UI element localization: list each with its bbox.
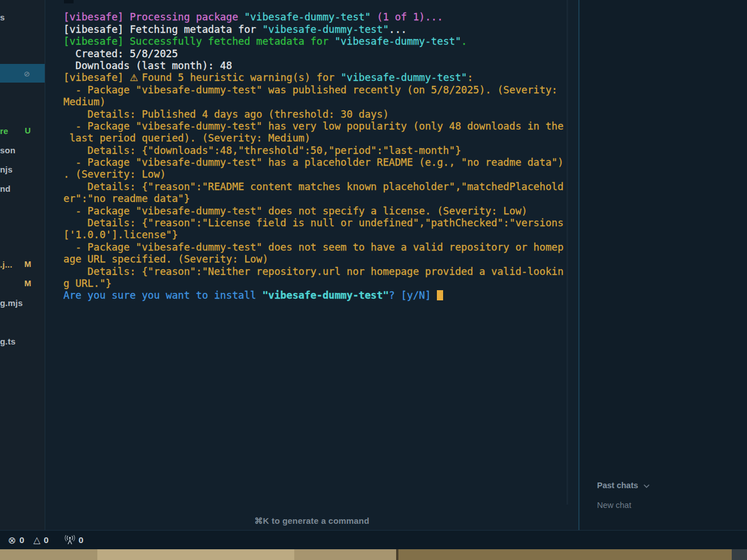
desktop-segment bbox=[732, 549, 747, 560]
git-status-badge: M bbox=[23, 260, 32, 269]
terminal-row: - Package "vibesafe-dummy-test" has a pl… bbox=[63, 157, 564, 169]
file-label: .j... bbox=[0, 260, 12, 269]
desktop-segment bbox=[398, 549, 732, 560]
file-item[interactable]: g.ts bbox=[0, 334, 45, 348]
ports-count[interactable]: 0 bbox=[79, 535, 84, 545]
file-item-untracked[interactable]: reU bbox=[0, 124, 45, 137]
terminal-row: Downloads (last month): 48 bbox=[63, 60, 564, 72]
desktop-segment bbox=[0, 549, 97, 560]
terminal-row: [vibesafe] Processing package "vibesafe-… bbox=[63, 11, 564, 23]
terminal-row: Medium) bbox=[63, 96, 564, 108]
terminal-row: ['1.0.0'].license"} bbox=[63, 229, 564, 241]
app-window: s⊘reUsonnjsnd.j...MMg.mjsg.ts [vibesafe]… bbox=[0, 0, 747, 560]
error-count[interactable]: 0 bbox=[19, 535, 24, 545]
file-item[interactable]: njs bbox=[0, 162, 45, 176]
file-item-modified[interactable]: .j...M bbox=[0, 257, 45, 271]
terminal-row: Details: {"reason":"Neither repository.u… bbox=[63, 266, 564, 278]
terminal-row: Are you sure you want to install "vibesa… bbox=[63, 290, 564, 301]
git-status-badge: U bbox=[23, 126, 32, 135]
terminal-row: [vibesafe] ⚠ Found 5 heuristic warning(s… bbox=[63, 72, 564, 84]
past-chats-button[interactable]: Past chats bbox=[597, 481, 650, 490]
terminal-row: Details: Published 4 days ago (threshold… bbox=[63, 109, 564, 120]
desktop-segment bbox=[294, 549, 396, 560]
terminal-row: - Package "vibesafe-dummy-test" was publ… bbox=[63, 84, 564, 96]
terminal-row: Details: {"reason":"README content match… bbox=[63, 181, 564, 193]
warning-count[interactable]: 0 bbox=[44, 535, 49, 545]
file-label: son bbox=[0, 145, 15, 155]
file-label: re bbox=[0, 126, 8, 136]
desktop-segment bbox=[97, 549, 294, 560]
file-label: g.mjs bbox=[0, 298, 23, 308]
terminal-row: er":"no readme data"} bbox=[63, 193, 564, 205]
terminal-row: g URL."} bbox=[63, 278, 564, 290]
terminal-row: age URL specified. (Severity: Low) bbox=[63, 253, 564, 265]
terminal-row: Details: {"downloads":48,"threshold":50,… bbox=[63, 145, 564, 157]
file-label: nd bbox=[0, 184, 11, 193]
file-item-modified[interactable]: M bbox=[0, 277, 45, 290]
file-label: s bbox=[0, 12, 5, 22]
terminal-output: [vibesafe] Processing package "vibesafe-… bbox=[63, 11, 564, 301]
status-bar: ⊗0 △0 0 bbox=[0, 530, 747, 549]
new-chat-button[interactable]: New chat bbox=[597, 501, 631, 510]
terminal-scrollbar[interactable] bbox=[566, 0, 568, 505]
warnings-icon[interactable]: △ bbox=[33, 535, 40, 545]
terminal-row: - Package "vibesafe-dummy-test" has very… bbox=[63, 120, 564, 132]
file-item[interactable]: nd bbox=[0, 182, 45, 195]
terminal-row: - Package "vibesafe-dummy-test" does not… bbox=[63, 205, 564, 217]
file-label: njs bbox=[0, 165, 12, 174]
terminal-panel[interactable]: [vibesafe] Processing package "vibesafe-… bbox=[45, 0, 578, 530]
broadcast-icon[interactable] bbox=[65, 535, 75, 545]
terminal-notch bbox=[64, 0, 74, 3]
terminal-hint: ⌘K to generate a command bbox=[45, 516, 578, 526]
past-chats-label: Past chats bbox=[597, 481, 638, 490]
file-item[interactable]: g.mjs bbox=[0, 296, 45, 309]
terminal-row: [vibesafe] Successfully fetched metadata… bbox=[63, 36, 564, 48]
desktop-strip bbox=[0, 549, 747, 560]
terminal-row: last period queried). (Severity: Medium) bbox=[63, 132, 564, 144]
file-explorer-sidebar: s⊘reUsonnjsnd.j...MMg.mjsg.ts bbox=[0, 0, 45, 530]
circle-slash-icon: ⊘ bbox=[24, 69, 30, 77]
active-file-item[interactable]: ⊘ bbox=[0, 64, 45, 83]
terminal-row: Created: 5/8/2025 bbox=[63, 48, 564, 60]
terminal-row: . (Severity: Low) bbox=[63, 169, 564, 180]
chevron-down-icon bbox=[643, 484, 650, 488]
errors-icon[interactable]: ⊗ bbox=[8, 535, 16, 546]
terminal-row: Details: {"reason":"License field is nul… bbox=[63, 217, 564, 229]
chat-sidebar: Past chats New chat bbox=[578, 0, 747, 530]
terminal-row: - Package "vibesafe-dummy-test" does not… bbox=[63, 242, 564, 253]
file-label: g.ts bbox=[0, 337, 15, 346]
file-item[interactable]: s bbox=[0, 10, 45, 24]
file-item[interactable]: son bbox=[0, 143, 45, 157]
terminal-row: [vibesafe] Fetching metadata for "vibesa… bbox=[63, 24, 564, 36]
git-status-badge: M bbox=[23, 279, 32, 288]
